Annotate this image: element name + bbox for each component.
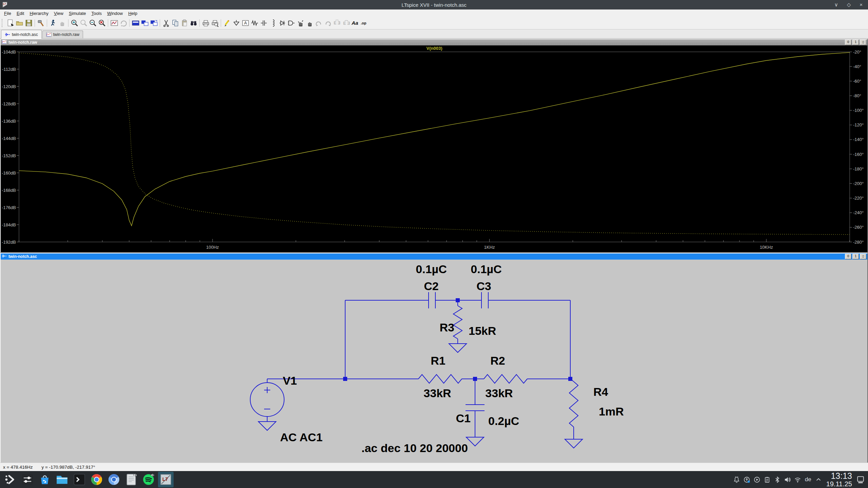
tab-twin-notch.asc[interactable]: twin-notch.asc (1, 30, 42, 39)
label-R1-ref[interactable]: R1 (431, 354, 445, 367)
drag-button[interactable] (305, 19, 314, 28)
component-R2[interactable] (484, 374, 527, 383)
menu-help[interactable]: Help (125, 11, 140, 16)
run-button[interactable] (48, 19, 58, 28)
close-button[interactable]: × (860, 0, 863, 9)
schematic-canvas[interactable]: 0.1µCC20.1µCC3R315kRR133kRR233kRC10.2µCR… (1, 260, 866, 463)
label-R1-value[interactable]: 33kR (423, 387, 451, 400)
label-V1-value[interactable]: AC AC1 (280, 431, 322, 444)
bluetooth-icon[interactable] (772, 472, 783, 487)
taskbar-terminal[interactable] (72, 472, 87, 487)
label-C1-value[interactable]: 0.2µC (488, 414, 519, 427)
cut-button[interactable] (161, 19, 171, 28)
spice-directive-text[interactable]: .ac dec 10 20 20000 (361, 442, 468, 454)
waveform-pane[interactable]: V(n003)-104dB-112dB-120dB-128dB-136dB-14… (1, 45, 867, 252)
spice-directive-button[interactable]: .op (360, 19, 369, 28)
label-C2-ref[interactable]: C2 (424, 280, 438, 292)
waveform-window-titlebar[interactable]: twin-notch.raw 01▯ (1, 39, 867, 45)
taskbar-app-launcher[interactable] (2, 472, 18, 487)
capacitor-button[interactable] (259, 19, 268, 28)
taskbar-file-manager[interactable] (54, 472, 70, 487)
tab-twin-notch.raw[interactable]: twin-notch.raw (42, 30, 83, 38)
taskbar-chrome[interactable] (89, 472, 104, 487)
halt-button[interactable] (58, 19, 67, 28)
print-preview-button[interactable] (210, 19, 219, 28)
minimize-child-button[interactable]: 0 (845, 40, 851, 45)
volume-icon[interactable] (783, 472, 793, 487)
menu-view[interactable]: View (51, 11, 66, 16)
menu-simulate[interactable]: Simulate (66, 11, 89, 16)
ground-button[interactable] (232, 19, 241, 28)
label-net-button[interactable]: A (241, 19, 250, 28)
bode-plot[interactable]: V(n003)-104dB-112dB-120dB-128dB-136dB-14… (1, 45, 866, 252)
resistor-button[interactable] (250, 19, 259, 28)
maximize-button[interactable]: ◇ (847, 0, 851, 9)
toolbar-drag-handle[interactable] (2, 19, 4, 27)
ground-symbol[interactable] (565, 439, 583, 448)
label-R3-ref[interactable]: R3 (440, 321, 454, 334)
keyboard-layout[interactable]: de (803, 476, 813, 483)
minimize-child-button[interactable]: 0 (845, 254, 851, 259)
clipboard-icon[interactable] (762, 472, 772, 487)
control-panel-button[interactable] (36, 19, 45, 28)
zoom-in-button[interactable] (70, 19, 79, 28)
notifications-icon[interactable] (732, 472, 742, 487)
taskbar-spotify[interactable] (141, 472, 156, 487)
zoom-back-button[interactable] (79, 19, 88, 28)
find-button[interactable] (189, 19, 198, 28)
label-C3-ref[interactable]: C3 (476, 280, 491, 292)
label-R2-value[interactable]: 33kR (485, 387, 513, 400)
diode-button[interactable] (277, 19, 287, 28)
close-child-button[interactable]: ▯ (860, 254, 866, 259)
ground-symbol[interactable] (466, 437, 484, 446)
new-schematic-button[interactable] (6, 19, 15, 28)
open-button[interactable] (15, 19, 24, 28)
media-player-icon[interactable] (752, 472, 762, 487)
chevron-up-icon[interactable] (813, 472, 824, 487)
copy-button[interactable] (171, 19, 180, 28)
menu-file[interactable]: File (1, 11, 14, 16)
taskbar-text-editor[interactable] (123, 472, 139, 487)
label-V1-ref[interactable]: V1 (283, 374, 297, 387)
inductor-button[interactable] (268, 19, 277, 28)
label-C2-value[interactable]: 0.1µC (416, 263, 447, 276)
undo-button[interactable] (314, 19, 323, 28)
paste-button[interactable] (180, 19, 189, 28)
redo-button[interactable] (323, 19, 332, 28)
taskbar-system-settings[interactable] (20, 472, 35, 487)
close-child-button[interactable]: ▯ (860, 40, 866, 45)
wifi-icon[interactable] (793, 472, 803, 487)
autorange-button[interactable] (110, 19, 119, 28)
tile-horizontal-button[interactable] (140, 19, 149, 28)
label-R4-ref[interactable]: R4 (593, 385, 608, 398)
minimize-button[interactable]: ∨ (834, 0, 838, 9)
show-desktop-button[interactable] (855, 472, 866, 487)
taskbar-ltspice[interactable]: L7 (158, 472, 174, 487)
save-button[interactable] (24, 19, 33, 28)
label-C3-value[interactable]: 0.1µC (471, 263, 501, 276)
component-R3[interactable] (453, 306, 462, 339)
tile-vertical-button[interactable] (149, 19, 158, 28)
schematic-window-titlebar[interactable]: twin-notch.asc 01▯ (1, 253, 867, 260)
trace-label[interactable]: V(n003) (427, 46, 442, 51)
rotate-button[interactable]: EE (341, 19, 351, 28)
ground-symbol[interactable] (258, 422, 276, 430)
move-button[interactable] (296, 19, 305, 28)
label-C1-ref[interactable]: C1 (456, 412, 471, 425)
mirror-button[interactable]: EE (332, 19, 341, 28)
component-R4[interactable] (569, 382, 578, 427)
component-button[interactable] (287, 19, 296, 28)
zoom-out-button[interactable] (88, 19, 97, 28)
taskbar-chromium[interactable] (106, 472, 122, 487)
label-R3-value[interactable]: 15kR (469, 324, 496, 337)
clock[interactable]: 13:13 19.11.25 (826, 472, 852, 487)
wire-button[interactable] (222, 19, 232, 28)
label-R2-ref[interactable]: R2 (490, 354, 505, 367)
print-button[interactable] (201, 19, 210, 28)
menu-tools[interactable]: Tools (89, 11, 104, 16)
taskbar-discover[interactable] (37, 472, 53, 487)
maximize-child-button[interactable]: 1 (852, 254, 859, 259)
ground-symbol[interactable] (449, 344, 467, 352)
maximize-child-button[interactable]: 1 (852, 40, 859, 45)
menu-hierarchy[interactable]: Hierarchy (27, 11, 51, 16)
